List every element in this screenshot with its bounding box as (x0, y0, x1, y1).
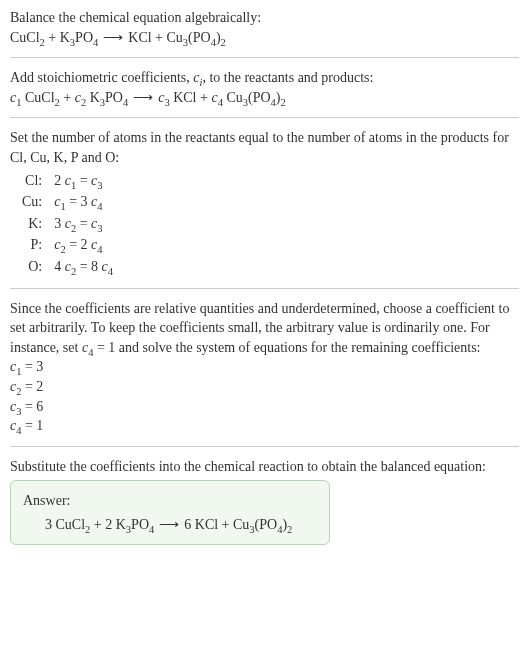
solve-line: Since the coefficients are relative quan… (10, 299, 519, 358)
substitute-line: Substitute the coefficients into the che… (10, 457, 519, 477)
atom-balance-line: Set the number of atoms in the reactants… (10, 128, 519, 167)
balance-equation: 3 c2 = c3 (48, 213, 119, 235)
element-label: O: (16, 256, 48, 278)
coefficient-row: c3 = 6 (10, 397, 519, 417)
divider (10, 288, 519, 289)
balance-equation: c2 = 2 c4 (48, 234, 119, 256)
arrow-icon: ⟶ (159, 515, 179, 535)
unbalanced-equation: CuCl2 + K3PO4⟶KCl + Cu3(PO4)2 (10, 28, 519, 48)
section-solve: Since the coefficients are relative quan… (10, 299, 519, 436)
section-stoich: Add stoichiometric coefficients, ci, to … (10, 68, 519, 107)
balance-row: O:4 c2 = 8 c4 (16, 256, 119, 278)
divider (10, 446, 519, 447)
balanced-equation: 3 CuCl2 + 2 K3PO4⟶6 KCl + Cu3(PO4)2 (23, 515, 317, 535)
element-label: Cl: (16, 170, 48, 192)
species-k3po4: K3PO4 (60, 30, 99, 45)
section-balance-intro: Balance the chemical equation algebraica… (10, 8, 519, 47)
stoich-line: Add stoichiometric coefficients, ci, to … (10, 68, 519, 88)
coefficient-row: c1 = 3 (10, 357, 519, 377)
balance-equations-table: Cl:2 c1 = c3Cu:c1 = 3 c4K:3 c2 = c3P:c2 … (16, 170, 119, 278)
coefficient-row: c4 = 1 (10, 416, 519, 436)
divider (10, 57, 519, 58)
arrow-icon: ⟶ (103, 28, 123, 48)
arrow-icon: ⟶ (133, 88, 153, 108)
species-cucl2: CuCl2 (10, 30, 45, 45)
species-kcl: KCl (128, 30, 151, 45)
balance-row: K:3 c2 = c3 (16, 213, 119, 235)
section-substitute: Substitute the coefficients into the che… (10, 457, 519, 546)
balance-equation: 4 c2 = 8 c4 (48, 256, 119, 278)
answer-label: Answer: (23, 491, 317, 511)
balance-equation: 2 c1 = c3 (48, 170, 119, 192)
balance-equation: c1 = 3 c4 (48, 191, 119, 213)
balance-row: P:c2 = 2 c4 (16, 234, 119, 256)
coefficient-row: c2 = 2 (10, 377, 519, 397)
balance-row: Cu:c1 = 3 c4 (16, 191, 119, 213)
answer-box: Answer: 3 CuCl2 + 2 K3PO4⟶6 KCl + Cu3(PO… (10, 480, 330, 545)
balance-row: Cl:2 c1 = c3 (16, 170, 119, 192)
element-label: K: (16, 213, 48, 235)
species-cu3po42: Cu3(PO4)2 (167, 30, 226, 45)
element-label: Cu: (16, 191, 48, 213)
coefficient-list: c1 = 3c2 = 2c3 = 6c4 = 1 (10, 357, 519, 435)
section-atom-balance: Set the number of atoms in the reactants… (10, 128, 519, 277)
divider (10, 117, 519, 118)
element-label: P: (16, 234, 48, 256)
intro-line: Balance the chemical equation algebraica… (10, 8, 519, 28)
coef-equation: c1 CuCl2 + c2 K3PO4⟶c3 KCl + c4 Cu3(PO4)… (10, 88, 519, 108)
